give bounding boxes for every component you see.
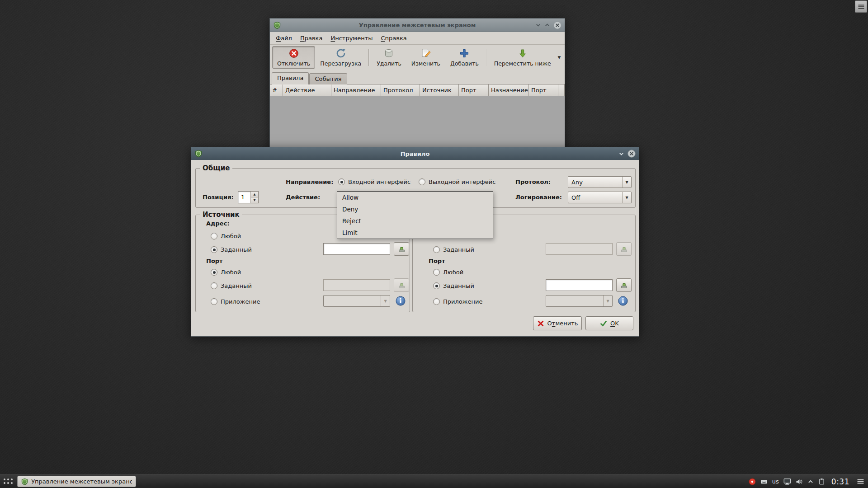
- radio-circle: [433, 282, 440, 289]
- source-address-custom-radio[interactable]: Заданный: [211, 246, 252, 253]
- clock[interactable]: 0:31: [831, 477, 849, 486]
- destination-port-custom-radio[interactable]: Заданный: [433, 282, 474, 290]
- source-app-info-button[interactable]: [396, 296, 406, 306]
- radio-circle: [211, 233, 217, 239]
- source-address-any-radio[interactable]: Любой: [211, 232, 241, 240]
- toolbar-delete-button[interactable]: Удалить: [372, 46, 406, 69]
- info-icon: [396, 296, 406, 306]
- display-icon[interactable]: [783, 478, 791, 485]
- spin-up-button[interactable]: ▲: [251, 192, 258, 197]
- close-button[interactable]: [627, 150, 636, 158]
- cancel-x-icon: [537, 320, 544, 327]
- radio-circle: [338, 178, 345, 185]
- logging-combobox[interactable]: Off ▼: [568, 192, 632, 203]
- maximize-button[interactable]: [544, 22, 550, 28]
- ok-check-icon: [600, 320, 607, 327]
- clean-icon: [620, 282, 628, 289]
- destination-port-any-radio[interactable]: Любой: [433, 268, 463, 276]
- direction-label: Направление:: [286, 178, 333, 185]
- source-address-input[interactable]: [323, 243, 390, 255]
- toolbar-separator: [486, 49, 487, 66]
- toolbar: Отключить Перезагрузка Удалить Изменить …: [270, 45, 565, 70]
- col-source[interactable]: Источник: [420, 84, 459, 96]
- source-port-input: [323, 279, 390, 291]
- keyboard-indicator-icon[interactable]: [760, 478, 768, 485]
- chevron-up-icon[interactable]: [807, 479, 814, 485]
- destination-address-custom-radio[interactable]: Заданный: [433, 246, 474, 253]
- destination-app-combobox: ▼: [546, 295, 613, 307]
- hamburger-menu-icon[interactable]: [857, 478, 864, 485]
- ok-button[interactable]: OK: [585, 316, 633, 330]
- minimize-button[interactable]: [535, 22, 541, 28]
- action-option-deny[interactable]: Deny: [337, 203, 493, 215]
- red-status-icon[interactable]: [749, 478, 756, 485]
- tab-events[interactable]: События: [309, 73, 347, 84]
- clipboard-icon[interactable]: [818, 478, 825, 485]
- window-title: Управление межсетевым экраном: [270, 19, 565, 32]
- radio-circle: [211, 246, 217, 253]
- toolbar-edit-button[interactable]: Изменить: [406, 46, 445, 69]
- radio-circle: [433, 298, 440, 305]
- hamburger-menu-icon: [858, 3, 865, 10]
- protocol-combobox[interactable]: Any ▼: [568, 176, 632, 188]
- tab-rules[interactable]: Правила: [272, 72, 309, 84]
- action-option-allow[interactable]: Allow: [337, 192, 493, 203]
- destination-app-info-button[interactable]: [618, 296, 628, 306]
- col-direction[interactable]: Направление: [331, 84, 381, 96]
- spin-down-button[interactable]: ▼: [251, 197, 258, 203]
- radio-circle: [211, 298, 217, 305]
- radio-circle: [211, 269, 217, 276]
- volume-icon[interactable]: [796, 478, 803, 485]
- position-label: Позиция:: [203, 194, 234, 201]
- minimize-button[interactable]: [618, 151, 624, 157]
- col-number[interactable]: #: [270, 84, 283, 96]
- dialog-title: Правило: [191, 147, 639, 160]
- destination-port-clean-button[interactable]: [616, 278, 632, 292]
- toolbar-reload-button[interactable]: Перезагрузка: [315, 46, 366, 69]
- toolbar-disable-button[interactable]: Отключить: [272, 46, 315, 69]
- delete-icon: [383, 48, 394, 59]
- action-option-limit[interactable]: Limit: [337, 227, 493, 239]
- radio-circle: [433, 269, 440, 276]
- menu-tools[interactable]: Инструменты: [326, 33, 377, 43]
- col-protocol[interactable]: Протокол: [381, 84, 420, 96]
- launcher-dots-icon[interactable]: [4, 479, 14, 485]
- destination-port-input[interactable]: [546, 279, 613, 291]
- source-port-clean-button: [394, 278, 409, 292]
- chevron-down-icon: ▼: [622, 177, 631, 188]
- direction-in-radio[interactable]: Входной интерфейс: [338, 178, 410, 186]
- edit-icon: [420, 48, 431, 59]
- task-button-firewall[interactable]: Управление межсетевым экраном: [17, 476, 136, 487]
- clean-icon: [398, 245, 406, 253]
- clean-icon: [620, 245, 628, 253]
- source-port-label: Порт: [206, 258, 223, 264]
- source-address-clean-button[interactable]: [394, 242, 409, 256]
- close-button[interactable]: [553, 21, 561, 29]
- source-port-custom-radio[interactable]: Заданный: [211, 282, 252, 290]
- toolbar-move-down-button[interactable]: Переместить ниже: [489, 46, 556, 69]
- chevron-down-icon: [535, 22, 541, 28]
- destination-app-radio[interactable]: Приложение: [433, 298, 482, 305]
- firewall-titlebar[interactable]: Управление межсетевым экраном: [270, 19, 565, 32]
- toolbar-add-button[interactable]: Добавить: [445, 46, 484, 69]
- menu-file[interactable]: Файл: [272, 33, 296, 43]
- source-app-radio[interactable]: Приложение: [211, 298, 260, 305]
- source-port-any-radio[interactable]: Любой: [211, 268, 241, 276]
- position-input[interactable]: [238, 192, 250, 203]
- direction-out-radio[interactable]: Выходной интерфейс: [419, 178, 495, 186]
- tabstrip: Правила События: [270, 70, 565, 84]
- rule-dialog-titlebar[interactable]: Правило: [191, 147, 639, 160]
- keyboard-layout-label[interactable]: us: [772, 478, 779, 485]
- close-icon: [627, 150, 636, 158]
- menu-help[interactable]: Справка: [377, 33, 410, 43]
- menu-edit[interactable]: Правка: [296, 33, 326, 43]
- col-dest-port[interactable]: Порт: [529, 84, 558, 96]
- col-source-port[interactable]: Порт: [459, 84, 489, 96]
- toolbar-overflow-button[interactable]: ▼: [556, 46, 562, 69]
- corner-menu-button[interactable]: [855, 0, 867, 13]
- cancel-button[interactable]: Отменить: [533, 316, 582, 330]
- col-action[interactable]: Действие: [283, 84, 331, 96]
- move-down-icon: [517, 48, 528, 59]
- col-destination[interactable]: Назначение: [489, 84, 529, 96]
- action-option-reject[interactable]: Reject: [337, 215, 493, 227]
